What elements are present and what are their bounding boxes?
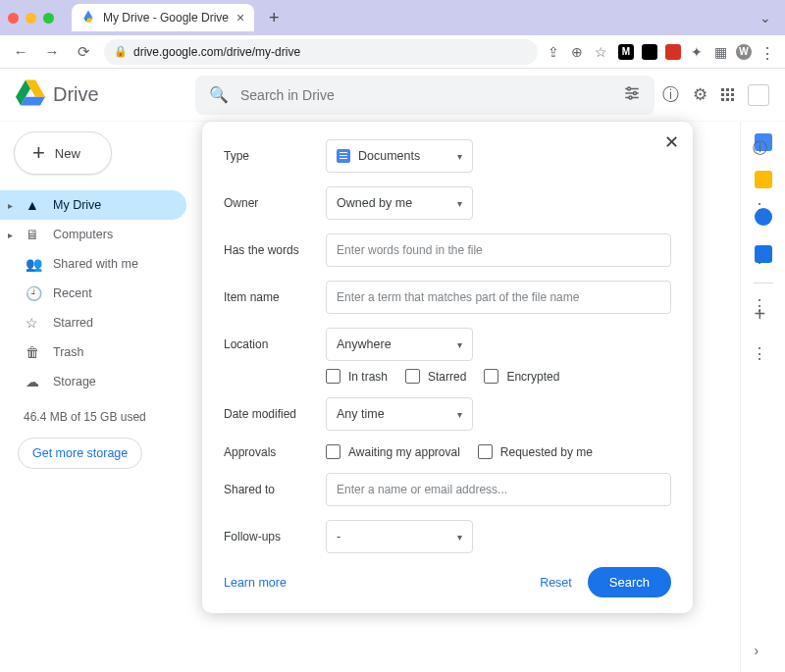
search-input[interactable] <box>240 87 611 103</box>
sidebar-item-computers[interactable]: ▸ 🖥 Computers <box>0 220 186 249</box>
sidebar-item-label: Recent <box>53 286 92 300</box>
requested-by-me-checkbox[interactable]: Requested by me <box>478 444 593 459</box>
bookmark-icon[interactable]: ☆ <box>595 44 610 60</box>
filter-label-approvals: Approvals <box>224 445 326 459</box>
extension-icon[interactable]: M <box>618 44 634 60</box>
install-icon[interactable]: ⊕ <box>571 44 587 60</box>
shared-to-input[interactable] <box>326 473 671 506</box>
date-dropdown[interactable]: Any time <box>326 397 473 431</box>
encrypted-checkbox[interactable]: Encrypted <box>484 369 559 384</box>
maximize-window-button[interactable] <box>43 13 54 24</box>
location-dropdown[interactable]: Anywhere <box>326 328 473 361</box>
filter-label-sharedto: Shared to <box>224 483 326 496</box>
url-text: drive.google.com/drive/my-drive <box>133 45 300 59</box>
sidebar: + New ▸ ▲ My Drive ▸ 🖥 Computers 👥 Share… <box>0 122 196 672</box>
tab-overflow-icon[interactable]: ⌄ <box>754 10 777 26</box>
get-storage-button[interactable]: Get more storage <box>18 438 142 469</box>
sidebar-item-recent[interactable]: 🕘 Recent <box>0 279 186 308</box>
close-tab-icon[interactable]: × <box>236 10 244 26</box>
in-trash-checkbox[interactable]: In trash <box>326 369 388 384</box>
browser-tab[interactable]: My Drive - Google Drive × <box>72 4 254 31</box>
help-icon[interactable]: ⓘ <box>662 83 679 106</box>
extension-icon[interactable]: ▦ <box>712 44 728 60</box>
sidebar-item-trash[interactable]: 🗑 Trash <box>0 337 186 367</box>
close-icon[interactable]: ✕ <box>664 131 679 153</box>
minimize-window-button[interactable] <box>26 13 36 24</box>
new-button[interactable]: + New <box>14 131 112 175</box>
sidebar-item-my-drive[interactable]: ▸ ▲ My Drive <box>0 190 186 220</box>
search-bar[interactable]: 🔍 <box>195 76 654 115</box>
awaiting-approval-checkbox[interactable]: Awaiting my approval <box>326 444 460 459</box>
svg-point-3 <box>628 87 631 90</box>
window-controls <box>8 13 54 24</box>
keep-icon[interactable] <box>755 171 772 188</box>
plus-icon: + <box>32 140 45 166</box>
extension-icon[interactable] <box>642 44 657 60</box>
hide-panel-icon[interactable]: › <box>755 643 772 660</box>
reload-button[interactable]: ⟳ <box>73 43 94 61</box>
owner-dropdown[interactable]: Owned by me <box>326 186 473 220</box>
sidebar-item-label: My Drive <box>53 198 101 212</box>
back-button[interactable]: ← <box>10 43 31 60</box>
drive-favicon-icon <box>81 10 95 26</box>
drive-logo-text: Drive <box>53 83 99 106</box>
sidebar-item-storage[interactable]: ☁ Storage <box>0 367 186 396</box>
search-options-icon[interactable] <box>623 84 641 106</box>
extension-row: ⇪ ⊕ ☆ M ✦ ▦ W ⋮ <box>548 44 775 60</box>
more-icon[interactable]: ⋮ <box>752 248 767 267</box>
clock-icon: 🕘 <box>26 285 41 301</box>
details-icon[interactable]: ⓘ <box>753 139 767 158</box>
caret-icon[interactable]: ▸ <box>8 230 13 240</box>
forward-button[interactable]: → <box>41 43 63 60</box>
sidebar-item-label: Trash <box>53 345 84 359</box>
caret-icon[interactable]: ▸ <box>8 200 13 211</box>
address-bar[interactable]: 🔒 drive.google.com/drive/my-drive <box>104 39 538 65</box>
drive-logo[interactable]: Drive <box>16 78 187 112</box>
main-content: + New ▸ ▲ My Drive ▸ 🖥 Computers 👥 Share… <box>0 122 785 672</box>
date-value: Any time <box>337 407 385 421</box>
lock-icon: 🔒 <box>114 45 128 58</box>
profile-avatar[interactable]: W <box>736 44 752 60</box>
more-icon[interactable]: ⋮ <box>752 344 767 363</box>
share-icon[interactable]: ⇪ <box>548 44 563 60</box>
filter-label-itemname: Item name <box>224 290 326 304</box>
browser-menu-icon[interactable]: ⋮ <box>759 44 775 60</box>
reset-button[interactable]: Reset <box>540 576 572 590</box>
tab-title: My Drive - Google Drive <box>103 11 229 25</box>
extension-icon[interactable] <box>665 44 681 60</box>
apps-icon[interactable] <box>721 88 734 101</box>
new-tab-button[interactable]: + <box>262 6 286 29</box>
location-value: Anywhere <box>337 337 392 351</box>
svg-point-5 <box>629 96 632 99</box>
settings-icon[interactable]: ⚙ <box>693 84 707 105</box>
overflow-menus: ⋮ ⋮ ⋮ ⋮ <box>752 200 767 363</box>
sidebar-item-starred[interactable]: ☆ Starred <box>0 308 186 337</box>
filter-label-owner: Owner <box>224 196 326 210</box>
search-button[interactable]: Search <box>588 567 671 597</box>
item-name-input[interactable] <box>326 281 671 314</box>
search-icon: 🔍 <box>209 85 229 104</box>
drive-icon: ▲ <box>26 197 41 213</box>
owner-value: Owned by me <box>337 196 412 210</box>
filter-label-location: Location <box>224 337 326 351</box>
filter-label-date: Date modified <box>224 407 326 421</box>
filter-label-followups: Follow-ups <box>224 530 326 543</box>
account-icon[interactable] <box>748 84 769 106</box>
followups-dropdown[interactable]: - <box>326 520 473 553</box>
svg-point-4 <box>634 91 637 94</box>
starred-checkbox[interactable]: Starred <box>405 369 466 384</box>
filter-label-type: Type <box>224 149 326 163</box>
sidebar-item-shared[interactable]: 👥 Shared with me <box>0 249 186 279</box>
type-dropdown[interactable]: Documents <box>326 139 473 173</box>
trash-icon: 🗑 <box>26 344 41 360</box>
extensions-menu-icon[interactable]: ✦ <box>689 44 705 60</box>
cloud-icon: ☁ <box>26 374 41 389</box>
more-icon[interactable]: ⋮ <box>752 296 767 315</box>
sidebar-item-label: Starred <box>53 316 93 330</box>
more-icon[interactable]: ⋮ <box>752 200 767 219</box>
learn-more-link[interactable]: Learn more <box>224 576 287 590</box>
has-words-input[interactable] <box>326 233 671 267</box>
type-value: Documents <box>358 149 420 163</box>
filter-label-haswords: Has the words <box>224 243 326 257</box>
close-window-button[interactable] <box>8 13 19 24</box>
